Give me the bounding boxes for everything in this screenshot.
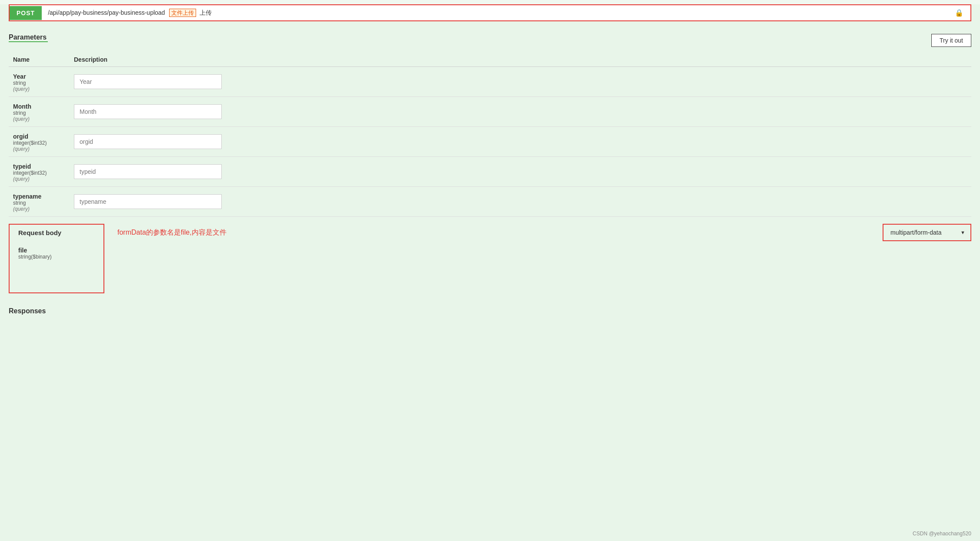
file-param-name: file <box>18 247 52 254</box>
params-tbody: Year string (query) Month string (query)… <box>9 67 971 217</box>
param-type: integer($int32) <box>13 170 65 176</box>
main-content: Parameters Try it out Name Description Y… <box>0 26 980 324</box>
endpoint-path-text: /api/app/pay-business/pay-business-uploa… <box>48 9 165 16</box>
parameters-header: Parameters Try it out <box>9 30 971 49</box>
watermark: CSDN @yehaochang520 <box>913 531 971 537</box>
param-type: string <box>13 110 65 116</box>
request-body-label-box: Request body file string($binary) <box>9 224 104 293</box>
param-name: typename <box>13 193 65 200</box>
table-row: typename string (query) <box>9 187 971 217</box>
parameters-title: Parameters <box>9 33 48 41</box>
param-name-cell: typename string (query) <box>9 187 70 217</box>
lock-icon: 🔒 <box>948 5 970 20</box>
param-location: (query) <box>13 116 65 122</box>
table-row: Month string (query) <box>9 97 971 127</box>
param-name: Month <box>13 103 65 110</box>
param-input-typename[interactable] <box>74 194 222 209</box>
request-body-left: Request body file string($binary) formDa… <box>9 224 883 293</box>
parameters-underline <box>9 41 48 42</box>
param-description-cell <box>70 187 971 217</box>
param-description-cell <box>70 97 971 127</box>
param-name-cell: orgid integer($int32) (query) <box>9 127 70 157</box>
param-description-cell <box>70 127 971 157</box>
param-name-cell: Year string (query) <box>9 67 70 97</box>
col-name-header: Name <box>9 53 70 67</box>
request-body-right: multipart/form-dataapplication/jsonappli… <box>883 224 971 241</box>
param-input-year[interactable] <box>74 74 222 89</box>
param-location: (query) <box>13 176 65 182</box>
param-input-typeid[interactable] <box>74 164 222 179</box>
file-param: file string($binary) <box>18 247 52 260</box>
table-row: Year string (query) <box>9 67 971 97</box>
param-type: string <box>13 80 65 86</box>
endpoint-desc-text: 上传 <box>200 9 212 16</box>
param-location: (query) <box>13 206 65 212</box>
table-row: orgid integer($int32) (query) <box>9 127 971 157</box>
try-it-out-button[interactable]: Try it out <box>931 34 971 47</box>
request-body-row: Request body file string($binary) formDa… <box>9 224 971 293</box>
param-location: (query) <box>13 86 65 92</box>
request-body-title: Request body <box>18 229 61 236</box>
page-wrapper: POST /api/app/pay-business/pay-business-… <box>0 4 980 541</box>
file-param-type: string($binary) <box>18 254 52 260</box>
param-type: integer($int32) <box>13 140 65 146</box>
request-body-desc-text: formData的参数名是file,内容是文件 <box>117 228 227 237</box>
endpoint-header: POST /api/app/pay-business/pay-business-… <box>9 4 971 21</box>
parameters-table: Name Description Year string (query) Mon… <box>9 53 971 217</box>
param-input-orgid[interactable] <box>74 134 222 149</box>
param-name: orgid <box>13 133 65 140</box>
param-name: typeid <box>13 163 65 170</box>
endpoint-chinese-label: 文件上传 <box>169 9 196 17</box>
param-name-cell: Month string (query) <box>9 97 70 127</box>
param-input-month[interactable] <box>74 104 222 119</box>
post-badge: POST <box>10 6 42 20</box>
param-name-cell: typeid integer($int32) (query) <box>9 157 70 187</box>
parameters-title-wrapper: Parameters <box>9 33 48 47</box>
param-name: Year <box>13 73 65 80</box>
endpoint-path: /api/app/pay-business/pay-business-uploa… <box>42 6 948 20</box>
request-body-description: formData的参数名是file,内容是文件 <box>104 224 883 242</box>
param-location: (query) <box>13 146 65 152</box>
param-type: string <box>13 200 65 206</box>
content-type-wrapper[interactable]: multipart/form-dataapplication/jsonappli… <box>883 224 971 241</box>
responses-title: Responses <box>9 307 971 315</box>
responses-section: Responses <box>9 304 971 315</box>
content-type-select[interactable]: multipart/form-dataapplication/jsonappli… <box>883 225 970 240</box>
param-description-cell <box>70 157 971 187</box>
table-header: Name Description <box>9 53 971 67</box>
param-description-cell <box>70 67 971 97</box>
col-description-header: Description <box>70 53 971 67</box>
table-row: typeid integer($int32) (query) <box>9 157 971 187</box>
